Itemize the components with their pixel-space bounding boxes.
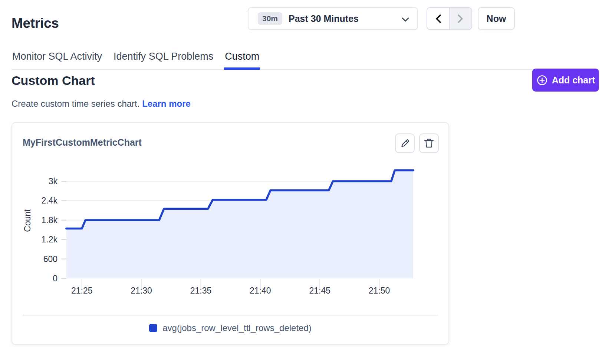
svg-text:1.8k: 1.8k	[42, 215, 58, 225]
subtitle-text: Create custom time series chart.	[11, 99, 139, 109]
plus-circle-icon	[536, 75, 548, 86]
legend-swatch	[149, 324, 157, 332]
tab-bar: Monitor SQL Activity Identify SQL Proble…	[11, 50, 599, 70]
tab-custom[interactable]: Custom	[224, 50, 260, 69]
svg-text:1.2k: 1.2k	[42, 235, 58, 244]
page-title: Metrics	[11, 16, 59, 31]
legend-label: avg(jobs_row_level_ttl_rows_deleted)	[162, 323, 312, 333]
now-button[interactable]: Now	[478, 7, 515, 30]
metrics-page: Metrics 30m Past 30 Minutes Now Monitor …	[0, 0, 612, 364]
trash-icon	[424, 138, 434, 149]
pencil-icon	[400, 138, 410, 149]
learn-more-link[interactable]: Learn more	[142, 99, 191, 109]
legend-divider	[23, 315, 438, 315]
chevron-right-icon	[458, 14, 463, 23]
svg-text:21:50: 21:50	[369, 286, 390, 295]
svg-text:0: 0	[53, 274, 57, 283]
svg-text:21:40: 21:40	[250, 286, 271, 295]
section-subtitle: Create custom time series chart. Learn m…	[11, 99, 191, 109]
svg-text:21:35: 21:35	[190, 286, 212, 295]
svg-text:21:30: 21:30	[131, 286, 152, 295]
time-range-badge: 30m	[258, 12, 282, 25]
svg-text:2.4k: 2.4k	[42, 196, 58, 205]
delete-chart-button[interactable]	[419, 133, 439, 153]
svg-text:21:45: 21:45	[309, 286, 330, 295]
add-chart-label: Add chart	[552, 75, 595, 86]
custom-chart-card: MyFirstCustomMetricChart 06001.2k1.8k2.4…	[11, 122, 449, 345]
svg-text:Count: Count	[23, 209, 32, 232]
svg-text:21:25: 21:25	[71, 286, 93, 295]
svg-text:600: 600	[43, 254, 57, 264]
time-nav	[427, 7, 472, 30]
section-title: Custom Chart	[11, 73, 95, 88]
chevron-left-icon	[435, 14, 441, 23]
chevron-down-icon	[402, 17, 409, 22]
chart-legend[interactable]: avg(jobs_row_level_ttl_rows_deleted)	[12, 320, 448, 336]
time-back-button[interactable]	[427, 8, 449, 29]
time-forward-button[interactable]	[449, 8, 472, 29]
svg-text:3k: 3k	[49, 176, 58, 186]
chart-card-title: MyFirstCustomMetricChart	[23, 137, 142, 148]
time-range-label: Past 30 Minutes	[289, 13, 359, 24]
metric-chart: 06001.2k1.8k2.4k3k21:2521:3021:3521:4021…	[12, 153, 450, 301]
tab-identify-sql-problems[interactable]: Identify SQL Problems	[113, 50, 214, 69]
edit-chart-button[interactable]	[395, 133, 415, 153]
add-chart-button[interactable]: Add chart	[532, 69, 599, 92]
time-range-selector[interactable]: 30m Past 30 Minutes	[248, 7, 418, 30]
tab-monitor-sql-activity[interactable]: Monitor SQL Activity	[11, 50, 103, 69]
